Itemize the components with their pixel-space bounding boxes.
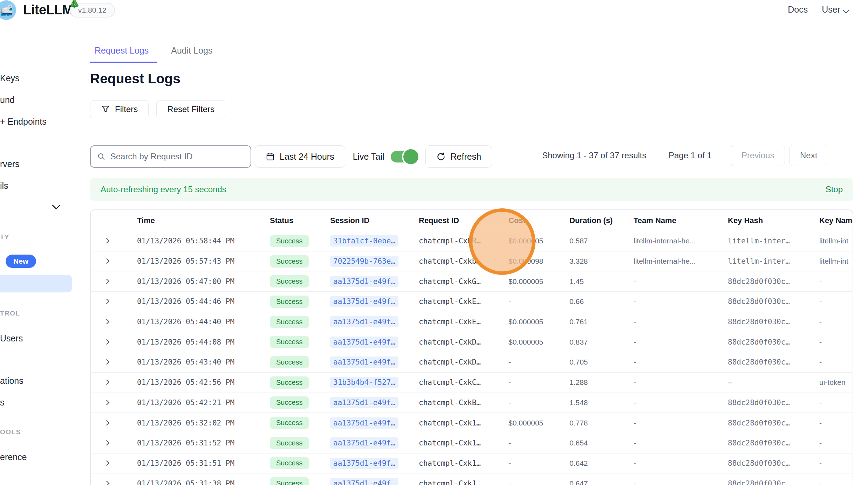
session-id-link[interactable]: aa1375d1-e49f… xyxy=(330,437,398,449)
new-badge: New xyxy=(6,255,36,268)
cell-time: 01/13/2026 05:42:56 PM xyxy=(137,378,270,387)
time-range-label: Last 24 Hours xyxy=(280,152,334,162)
expand-row-chevron-icon[interactable] xyxy=(104,359,110,365)
previous-page-button[interactable]: Previous xyxy=(731,145,785,166)
expand-row-chevron-icon[interactable] xyxy=(104,238,110,244)
session-id-link[interactable]: aa1375d1-e49f… xyxy=(330,296,398,307)
user-menu[interactable]: User xyxy=(822,5,848,15)
sidebar-item-ations[interactable]: ations xyxy=(0,376,23,386)
status-badge: Success xyxy=(270,296,309,308)
refresh-icon xyxy=(436,152,446,161)
cell-session-id: aa1375d1-e49f… xyxy=(330,356,419,368)
session-id-link[interactable]: aa1375d1-e49f… xyxy=(330,337,398,348)
reset-filters-label: Reset Filters xyxy=(167,104,214,114)
cell-key-name: - xyxy=(819,358,853,366)
table-row: 01/13/2026 05:42:21 PM Success aa1375d1-… xyxy=(91,393,853,413)
expand-row-chevron-icon[interactable] xyxy=(104,460,110,466)
tab-audit-logs[interactable]: Audit Logs xyxy=(160,46,221,63)
request-id-search[interactable] xyxy=(90,145,251,168)
sidebar-item-users[interactable]: Users xyxy=(0,333,23,344)
expand-row-chevron-icon[interactable] xyxy=(104,319,110,325)
cell-request-id: chatcmpl-Cxk1… xyxy=(419,459,508,467)
session-id-link[interactable]: 31bfa1cf-0ebe… xyxy=(330,235,398,247)
cell-duration: 0.647 xyxy=(569,479,634,485)
cell-duration: 0.705 xyxy=(569,358,634,366)
status-badge: Success xyxy=(270,417,309,429)
status-badge: Success xyxy=(270,255,309,268)
cell-status: Success xyxy=(270,477,330,485)
column-header-key-hash: Key Hash xyxy=(728,216,819,225)
cell-key-hash: litellm-inter… xyxy=(728,257,819,265)
expand-row-chevron-icon[interactable] xyxy=(104,380,110,385)
filters-button-label: Filters xyxy=(115,104,138,114)
sidebar-item-keys[interactable]: Keys xyxy=(0,73,20,83)
session-id-link[interactable]: aa1375d1-e49f… xyxy=(330,458,398,469)
sidebar-nav: Keys und + Endpoints rvers ils TY New TR… xyxy=(0,20,74,485)
expand-row-chevron-icon[interactable] xyxy=(104,299,110,304)
cell-key-name: - xyxy=(819,419,853,427)
litellm-logo-icon: 🚅 xyxy=(0,0,16,20)
expand-row-chevron-icon[interactable] xyxy=(104,420,110,425)
session-id-link[interactable]: aa1375d1-e49f… xyxy=(330,356,398,368)
cell-duration: 0.66 xyxy=(569,297,634,306)
status-badge: Success xyxy=(270,275,309,287)
cell-status: Success xyxy=(270,457,330,469)
expand-row-chevron-icon[interactable] xyxy=(104,278,110,284)
results-count: Showing 1 - 37 of 37 results xyxy=(542,151,647,160)
cell-duration: 0.654 xyxy=(569,439,634,447)
expand-row-chevron-icon[interactable] xyxy=(104,400,110,406)
expand-row-chevron-icon[interactable] xyxy=(104,440,110,446)
session-id-link[interactable]: 7022549b-763e… xyxy=(330,256,398,267)
cell-team-name: - xyxy=(634,338,728,346)
docs-link[interactable]: Docs xyxy=(788,5,808,15)
brand-title: LiteLLM xyxy=(23,2,73,18)
cell-time: 01/13/2026 05:42:21 PM xyxy=(137,399,270,407)
session-id-link[interactable]: aa1375d1-e49f… xyxy=(330,276,398,287)
cell-time: 01/13/2026 05:58:44 PM xyxy=(137,237,270,245)
tree-emoji: 🎄 xyxy=(69,0,80,9)
session-id-link[interactable]: 31b3b4b4-f527… xyxy=(330,377,398,388)
live-tail-toggle[interactable] xyxy=(391,151,416,162)
user-menu-label: User xyxy=(822,5,840,14)
search-input[interactable] xyxy=(110,152,244,161)
sidebar-item-erence[interactable]: erence xyxy=(0,452,27,462)
table-row: 01/13/2026 05:47:00 PM Success aa1375d1-… xyxy=(91,271,853,292)
session-id-link[interactable]: aa1375d1-e49f… xyxy=(330,417,398,429)
cell-key-hash: 88dc28d0f030c… xyxy=(728,479,819,485)
cell-status: Success xyxy=(270,235,330,247)
cell-status: Success xyxy=(270,417,330,429)
reset-filters-button[interactable]: Reset Filters xyxy=(156,100,225,118)
next-page-button[interactable]: Next xyxy=(789,145,828,166)
status-badge: Success xyxy=(270,336,309,348)
sidebar-item-rvers[interactable]: rvers xyxy=(0,159,20,169)
cell-status: Success xyxy=(270,316,330,328)
sidebar-item-ils[interactable]: ils xyxy=(0,181,8,191)
cell-cost: $0.000005 xyxy=(508,338,569,346)
cell-session-id: aa1375d1-e49f… xyxy=(330,437,419,449)
stop-auto-refresh-link[interactable]: Stop xyxy=(826,185,843,194)
refresh-button[interactable]: Refresh xyxy=(425,145,492,168)
session-id-link[interactable]: aa1375d1-e49f… xyxy=(330,478,398,485)
expand-row-chevron-icon[interactable] xyxy=(104,258,110,264)
sidebar-item-endpoints[interactable]: + Endpoints xyxy=(0,117,47,127)
logs-toolbar: Last 24 Hours Live Tail Refresh Showing … xyxy=(75,145,838,168)
filters-button[interactable]: Filters xyxy=(90,100,149,118)
time-range-button[interactable]: Last 24 Hours xyxy=(255,145,345,168)
sidebar-item-selected[interactable] xyxy=(0,275,72,292)
cell-key-name: - xyxy=(819,399,853,407)
cell-request-id: chatcmpl-CxkD… xyxy=(419,358,508,366)
status-badge: Success xyxy=(270,457,309,469)
top-bar: 🚅 LiteLLM v1.80.12 🎄 Docs User xyxy=(0,0,868,20)
expand-row-chevron-icon[interactable] xyxy=(104,339,110,345)
tab-request-logs[interactable]: Request Logs xyxy=(90,46,157,63)
sidebar-item-und[interactable]: und xyxy=(0,95,15,105)
session-id-link[interactable]: aa1375d1-e49f… xyxy=(330,316,398,327)
sidebar-item-s[interactable]: s xyxy=(0,397,5,408)
expand-row-chevron-icon[interactable] xyxy=(104,480,110,485)
session-id-link[interactable]: aa1375d1-e49f… xyxy=(330,397,398,408)
cell-key-name: ui-token xyxy=(819,378,853,387)
sidebar-collapse-chevron-icon[interactable] xyxy=(52,201,60,209)
column-header-duration: Duration (s) xyxy=(569,216,634,225)
cell-session-id: 7022549b-763e… xyxy=(330,256,419,267)
cell-session-id: aa1375d1-e49f… xyxy=(330,337,419,348)
